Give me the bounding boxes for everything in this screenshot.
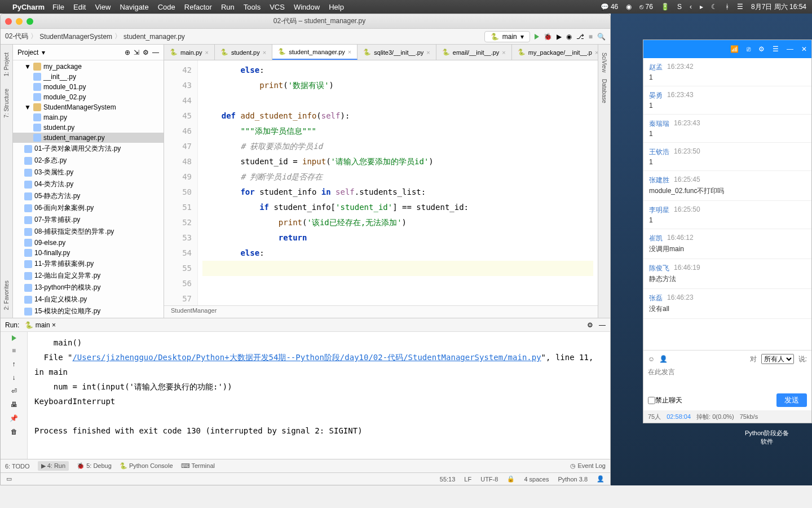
favorites-tool-button[interactable]: 2: Favorites [3, 277, 10, 313]
tree-item[interactable]: 15-模块的定位顺序.py [13, 305, 164, 317]
database-tool-button[interactable]: Database [601, 76, 607, 107]
chat-list[interactable]: 赵孟16:23:421晏勇16:23:431秦瑞瑞16:23:431王钦浩16:… [643, 58, 811, 350]
menu-run[interactable]: Run [221, 3, 235, 11]
readonly-icon[interactable]: 🔒 [507, 475, 515, 483]
menu-icon[interactable]: ☰ [773, 45, 779, 53]
tree-item[interactable]: 10-finally.py [13, 248, 164, 258]
editor-tab[interactable]: 🐍my_package/__init__.p× [512, 45, 598, 60]
close-icon[interactable]: ✕ [801, 45, 807, 53]
chat-message[interactable]: 秦瑞瑞16:23:431 [643, 115, 811, 143]
tree-item[interactable]: student.py [13, 122, 164, 133]
tree-item[interactable]: 09-else.py [13, 238, 164, 248]
minimize-button[interactable] [16, 18, 23, 25]
pin-icon[interactable]: 📌 [10, 414, 18, 422]
menu-help[interactable]: Help [329, 3, 344, 11]
tree-item[interactable]: __init__.py [13, 72, 164, 82]
chat-message[interactable]: 晏勇16:23:431 [643, 86, 811, 115]
zoom-button[interactable] [27, 18, 33, 25]
profile-button[interactable]: ◉ [566, 33, 572, 41]
crumb-1[interactable]: StudentManagerSystem [39, 33, 112, 41]
ding-icon[interactable]: ⎋ 76 [639, 3, 653, 11]
tree-item[interactable]: 13-python中的模块.py [13, 282, 164, 294]
recipient-select[interactable]: 所有人 [761, 354, 794, 364]
tree-item[interactable]: 05-静态方法.py [13, 190, 164, 202]
chat-input[interactable] [648, 367, 807, 390]
tree-item[interactable]: 03-类属性.py [13, 167, 164, 178]
todo-tool-button[interactable]: 6: TODO [5, 463, 30, 470]
run-tool-button[interactable]: ▶ 4: Run [38, 461, 69, 471]
indent[interactable]: 4 spaces [524, 476, 549, 483]
structure-tool-button[interactable]: 7: Structure [3, 85, 10, 121]
down-icon[interactable]: ↓ [12, 374, 16, 382]
emoji-icon[interactable]: ☺ [648, 355, 655, 363]
sciview-tool-button[interactable]: SciView [601, 49, 607, 76]
debug-tool-button[interactable]: 🐞 5: Debug [77, 462, 112, 470]
run-output[interactable]: main() File "/Users/jizhengguo/Desktop/P… [28, 332, 610, 459]
tree-item[interactable]: module_02.py [13, 92, 164, 102]
tree-item[interactable]: 14-自定义模块.py [13, 294, 164, 305]
event-log-button[interactable]: ◷ Event Log [570, 462, 606, 470]
inspect-icon[interactable]: 👤 [597, 475, 604, 483]
tree-item[interactable]: 02-多态.py [13, 155, 164, 167]
person-icon[interactable]: 👤 [659, 355, 668, 363]
chat-message[interactable]: 赵孟16:23:421 [643, 58, 811, 86]
tree-item[interactable]: 01-子类对象调用父类方法.py [13, 143, 164, 155]
tree-item[interactable]: 04-类方法.py [13, 178, 164, 190]
menu-view[interactable]: View [95, 3, 111, 11]
editor-breadcrumb[interactable]: StudentManager [164, 305, 598, 318]
chat-message[interactable]: 张磊16:46:23没有all [643, 289, 811, 319]
editor-tab[interactable]: 🐍student_manager.py× [272, 45, 358, 60]
tree-item[interactable]: 07-异常捕获.py [13, 214, 164, 226]
wechat-icon[interactable]: 💬 46 [601, 3, 619, 11]
terminal-button[interactable]: ⌨ Terminal [181, 462, 215, 470]
dnd-icon[interactable]: ☾ [711, 3, 717, 11]
send-button[interactable]: 发送 [776, 393, 807, 407]
menu-window[interactable]: Window [294, 3, 320, 11]
tree-item[interactable]: module_01.py [13, 82, 164, 92]
tree-item[interactable]: 08-捕获指定类型的异常.py [13, 226, 164, 238]
chat-message[interactable]: 陈俊飞16:46:19静态方法 [643, 259, 811, 289]
code-content[interactable]: else: print('数据有误') def add_student_info… [198, 60, 598, 305]
tree-item[interactable]: student_manager.py [13, 133, 164, 143]
menu-edit[interactable]: Edit [73, 3, 86, 11]
status-icon[interactable]: ▭ [6, 475, 12, 483]
python-console-button[interactable]: 🐍 Python Console [120, 462, 173, 470]
debug-button[interactable]: 🐞 [544, 33, 552, 41]
run-config-selector[interactable]: 🐍 main ▾ [484, 31, 530, 42]
chat-message[interactable]: 王钦浩16:23:501 [643, 143, 811, 171]
stop-button[interactable]: ■ [589, 33, 593, 41]
clock[interactable]: 8月7日 周六 16:54 [751, 2, 806, 12]
tree-item[interactable]: 06-面向对象案例.py [13, 202, 164, 214]
obs-icon[interactable]: ◉ [626, 3, 632, 11]
chat-message[interactable]: 李明星16:25:501 [643, 201, 811, 229]
tree-item[interactable]: ▼ my_package [13, 62, 164, 72]
encoding[interactable]: UTF-8 [480, 476, 498, 483]
sogou-icon[interactable]: S [677, 3, 682, 11]
concurrent-button[interactable]: ⎇ [576, 33, 584, 41]
chat-message[interactable]: 崔凯16:46:12没调用main [643, 229, 811, 259]
tree-item[interactable]: ▼ StudentManagerSystem [13, 102, 164, 112]
run-tab[interactable]: 🐍 main × [25, 321, 56, 329]
editor-tab[interactable]: 🐍email/__init__.py× [436, 45, 512, 60]
traceback-link[interactable]: /Users/jizhengguo/Desktop/Python+大数据开发54… [72, 353, 541, 362]
chevron-down-icon[interactable]: ▾ [42, 49, 45, 56]
caret-position[interactable]: 55:13 [440, 476, 456, 483]
project-tree[interactable]: ▼ my_package__init__.pymodule_01.pymodul… [13, 60, 164, 318]
run-settings-icon[interactable]: ⚙ [587, 321, 593, 329]
rerun-button[interactable] [12, 335, 16, 341]
back-icon[interactable]: ‹ [690, 3, 692, 11]
run-button[interactable] [535, 34, 539, 40]
play-icon[interactable]: ▸ [700, 3, 703, 11]
mute-checkbox[interactable] [648, 397, 655, 404]
screen-icon[interactable]: ⎚ [747, 45, 751, 53]
editor-tab[interactable]: 🐍sqlite3/__init__.py× [358, 45, 436, 60]
locate-icon[interactable]: ⊕ [125, 49, 130, 56]
project-tool-button[interactable]: 1: Project [3, 49, 10, 80]
chat-message[interactable]: 张建胜16:25:45module_02.func不打印吗 [643, 171, 811, 201]
control-center-icon[interactable]: ☰ [737, 3, 743, 11]
collapse-icon[interactable]: ⇲ [134, 49, 139, 56]
gear-icon[interactable]: ⚙ [758, 45, 765, 53]
search-button[interactable]: 🔍 [597, 33, 606, 41]
interpreter[interactable]: Python 3.8 [558, 476, 588, 483]
close-button[interactable] [5, 18, 12, 25]
